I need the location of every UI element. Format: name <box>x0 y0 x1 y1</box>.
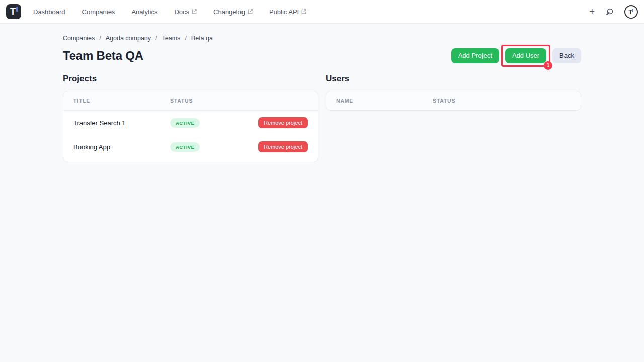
nav-item-label: Changelog <box>213 8 245 16</box>
column-header-status: STATUS <box>433 98 571 104</box>
remove-project-button[interactable]: Remove project <box>258 141 308 152</box>
project-row: Transfer Search 1 ACTIVE Remove project <box>63 111 318 135</box>
projects-table-header: TITLE STATUS <box>63 91 318 111</box>
breadcrumb-separator: / <box>155 35 157 42</box>
column-header-title: TITLE <box>73 98 170 104</box>
back-button[interactable]: Back <box>552 48 581 63</box>
avatar-accent <box>632 9 633 12</box>
nav-item-label: Docs <box>174 8 189 16</box>
add-project-button[interactable]: Add Project <box>451 48 499 63</box>
search-icon[interactable] <box>605 8 614 16</box>
page-actions: Add Project Add User 1 Back <box>451 48 581 63</box>
breadcrumb-companies[interactable]: Companies <box>63 35 95 42</box>
breadcrumb-beta-qa[interactable]: Beta qa <box>191 35 213 42</box>
nav-item-label: Dashboard <box>33 8 65 16</box>
breadcrumb-separator: / <box>99 35 101 42</box>
projects-table: TITLE STATUS Transfer Search 1 ACTIVE Re… <box>63 90 318 162</box>
content-columns: Projects TITLE STATUS Transfer Search 1 … <box>63 74 581 162</box>
app-logo-letter: T <box>10 7 16 16</box>
page-header: Team Beta QA Add Project Add User 1 Back <box>63 48 581 63</box>
external-link-icon <box>248 9 253 14</box>
nav-item-changelog[interactable]: Changelog <box>213 8 253 16</box>
column-header-name: NAME <box>336 98 433 104</box>
app-logo-accent <box>16 7 18 12</box>
breadcrumb-teams[interactable]: Teams <box>162 35 181 42</box>
user-avatar[interactable]: T <box>624 5 638 19</box>
top-navbar: T Dashboard Companies Analytics Docs Cha… <box>0 0 644 24</box>
project-title: Transfer Search 1 <box>73 119 170 127</box>
users-section: Users NAME STATUS <box>326 74 581 162</box>
remove-project-button[interactable]: Remove project <box>258 117 308 128</box>
column-header-status: STATUS <box>170 98 308 104</box>
app-logo[interactable]: T <box>6 4 21 19</box>
nav-item-docs[interactable]: Docs <box>174 8 197 16</box>
nav-item-dashboard[interactable]: Dashboard <box>33 8 65 16</box>
breadcrumb: Companies / Agoda company / Teams / Beta… <box>63 24 581 42</box>
nav-item-companies[interactable]: Companies <box>82 8 115 16</box>
users-heading: Users <box>326 74 581 84</box>
page-title: Team Beta QA <box>63 49 143 63</box>
nav-item-public-api[interactable]: Public API <box>269 8 306 16</box>
projects-heading: Projects <box>63 74 318 84</box>
project-title: Booking App <box>73 143 170 151</box>
nav-item-label: Companies <box>82 8 115 16</box>
page-content: Companies / Agoda company / Teams / Beta… <box>63 24 581 162</box>
nav-item-label: Public API <box>269 8 299 16</box>
navbar-right-cluster: + T <box>589 5 638 19</box>
plus-icon[interactable]: + <box>589 7 595 16</box>
projects-section: Projects TITLE STATUS Transfer Search 1 … <box>63 74 318 162</box>
users-table: NAME STATUS <box>326 90 581 111</box>
add-user-button[interactable]: Add User <box>505 48 546 63</box>
annotation-step-badge: 1 <box>544 61 552 70</box>
nav-item-analytics[interactable]: Analytics <box>131 8 157 16</box>
external-link-icon <box>301 9 306 14</box>
project-row: Booking App ACTIVE Remove project <box>63 135 318 159</box>
status-badge: ACTIVE <box>170 142 200 152</box>
status-badge: ACTIVE <box>170 118 200 128</box>
nav-item-label: Analytics <box>131 8 157 16</box>
external-link-icon <box>192 9 197 14</box>
breadcrumb-separator: / <box>185 35 186 42</box>
users-table-header: NAME STATUS <box>326 91 581 110</box>
add-user-annotation-wrap: Add User 1 <box>505 48 546 63</box>
breadcrumb-agoda-company[interactable]: Agoda company <box>106 35 151 42</box>
main-nav: Dashboard Companies Analytics Docs Chang… <box>33 8 306 16</box>
